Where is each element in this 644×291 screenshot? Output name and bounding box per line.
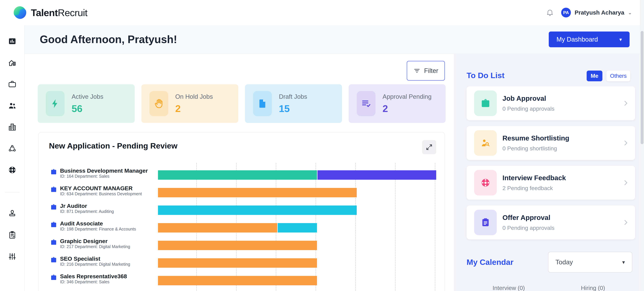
todo-text: Offer Approval 0 Pending approvals (502, 214, 554, 231)
scrollbar-thumb[interactable] (641, 31, 644, 144)
stat-value: 2 (175, 103, 213, 114)
calendar-tabs: Interview (0) Hiring (0) (466, 285, 635, 291)
calendar-range-value: Today (556, 259, 573, 266)
sidebar-checklist-icon[interactable] (8, 231, 16, 239)
expand-button[interactable] (422, 140, 436, 154)
bar-segment[interactable] (158, 276, 317, 285)
sidebar-sliders-icon[interactable] (8, 252, 16, 261)
sidebar-stamp-icon[interactable] (8, 209, 16, 218)
chart-row: Graphic Designer ID: 217 Department: Dig… (38, 237, 444, 254)
chart-row: SEO Specialist ID: 216 Department: Digit… (38, 254, 444, 272)
todo-toggle-others[interactable]: Others (606, 71, 630, 81)
sidebar-network-icon[interactable] (8, 144, 16, 153)
bar-stack[interactable] (158, 276, 317, 285)
bar-segment[interactable] (317, 170, 436, 180)
my-dashboard-label: My Dashboard (556, 36, 598, 43)
expand-icon (426, 143, 433, 151)
todo-icon-chip (474, 170, 497, 195)
notifications-bell-icon[interactable] (546, 9, 554, 16)
todo-toggle-me[interactable]: Me (587, 71, 602, 81)
sidebar-jobs-briefcase-icon[interactable] (8, 80, 16, 88)
page-scrollbar[interactable] (640, 0, 644, 291)
bar-stack[interactable] (158, 170, 436, 180)
calendar-tab-interview[interactable]: Interview (0) (466, 285, 551, 291)
briefcase-icon (50, 186, 57, 193)
chevron-right-icon (622, 179, 629, 186)
job-meta: ID: 164 Department: Sales (60, 174, 148, 179)
chevron-down-icon: ⌄ (628, 10, 632, 15)
chart-row-label: Audit Associate ID: 198 Department: Fina… (60, 220, 136, 232)
todo-item[interactable]: Interview Feedback 2 Pending feedback (466, 166, 635, 200)
bar-stack[interactable] (158, 258, 317, 268)
calendar-range-select[interactable]: Today ▾ (548, 252, 632, 273)
sidebar-company-icon[interactable] (8, 123, 16, 131)
talentrecruit-dashboard: TalentRecruit PA Pratyush Acharya ⌄ Good… (0, 0, 644, 291)
stat-cards-row: Active Jobs 56 On Hold Jobs 2 Draft Jobs… (38, 84, 446, 123)
chart-row-label: Graphic Designer ID: 217 Department: Dig… (60, 238, 130, 249)
todo-item[interactable]: Offer Approval 0 Pending approvals (466, 206, 635, 239)
briefcase-icon (50, 168, 57, 175)
todo-item[interactable]: Job Approval 0 Pending approvals (466, 86, 635, 120)
stat-text: Active Jobs 56 (72, 93, 103, 114)
job-meta: ID: 216 Department: Digital Marketing (60, 262, 130, 267)
bar-stack[interactable] (158, 188, 357, 197)
todo-item-title: Resume Shortlisting (502, 134, 569, 142)
todo-item-title: Job Approval (502, 94, 554, 102)
calendar-tab-hiring[interactable]: Hiring (0) (551, 285, 635, 291)
brand-name: TalentRecruit (31, 7, 88, 18)
chart-row-label: Business Development Manager ID: 164 Dep… (60, 167, 148, 179)
stat-value: 15 (279, 103, 307, 114)
stat-card[interactable]: Active Jobs 56 (38, 84, 135, 123)
bar-stack[interactable] (158, 223, 317, 233)
chart-row: Business Development Manager ID: 164 Dep… (38, 166, 444, 184)
job-meta: ID: 217 Department: Digital Marketing (60, 244, 130, 249)
chart-row-label: KEY ACCOUNT MANAGER ID: 634 Department: … (60, 185, 142, 196)
job-title: Graphic Designer (60, 238, 130, 244)
bar-segment[interactable] (158, 188, 357, 197)
sidebar-candidates-icon[interactable] (8, 101, 16, 110)
filter-button[interactable]: Filter (407, 61, 445, 81)
todo-text: Resume Shortlisting 0 Pending shortlisti… (502, 134, 569, 152)
job-meta: ID: 198 Department: Finance & Accounts (60, 227, 136, 232)
stat-text: On Hold Jobs 2 (175, 93, 213, 114)
stat-card[interactable]: On Hold Jobs 2 (142, 84, 238, 123)
todo-text: Job Approval 0 Pending approvals (502, 94, 554, 112)
sidebar-dashboard-icon[interactable] (8, 37, 16, 46)
stat-icon-chip (253, 91, 272, 116)
job-title: Jr Auditor (60, 203, 114, 209)
chart-title: New Application - Pending Review (49, 141, 178, 150)
chart-row-label: SEO Specialist ID: 216 Department: Digit… (60, 256, 130, 267)
chart-rows: Business Development Manager ID: 164 Dep… (38, 166, 444, 289)
user-menu[interactable]: PA Pratyush Acharya ⌄ (561, 8, 632, 17)
sidebar-home-requisition-icon[interactable] (8, 58, 16, 67)
calendar-title: My Calendar (466, 258, 513, 267)
bar-stack[interactable] (158, 206, 357, 215)
bar-segment[interactable] (158, 223, 277, 233)
bar-stack[interactable] (158, 241, 317, 250)
sidebar-wheel-icon[interactable] (8, 166, 16, 174)
bar-segment[interactable] (158, 241, 317, 250)
bar-segment[interactable] (277, 223, 317, 233)
chart-row: Sales Representative368 ID: 346 Departme… (38, 272, 444, 289)
chart-row: KEY ACCOUNT MANAGER ID: 634 Department: … (38, 184, 444, 201)
bar-segment[interactable] (158, 170, 317, 180)
todo-item[interactable]: Resume Shortlisting 0 Pending shortlisti… (466, 126, 635, 160)
page-title: Good Afternoon, Pratyush! (40, 33, 177, 46)
filter-icon (414, 67, 420, 74)
todo-toggle: Me Others (587, 71, 630, 81)
brand-logo[interactable]: TalentRecruit (13, 6, 88, 19)
stat-card[interactable]: Approval Pending 2 (349, 84, 446, 123)
my-dashboard-button[interactable]: My Dashboard ▾ (549, 31, 630, 47)
briefcase-icon (50, 204, 57, 210)
stat-card[interactable]: Draft Jobs 15 (245, 84, 342, 123)
sidebar (0, 25, 25, 291)
bar-segment[interactable] (158, 258, 317, 268)
greeting-band: Good Afternoon, Pratyush! My Dashboard ▾ (25, 25, 644, 54)
todo-item-title: Interview Feedback (502, 174, 566, 182)
job-title: Sales Representative368 (60, 273, 127, 280)
stat-text: Approval Pending 2 (382, 93, 432, 114)
briefcase-icon (50, 221, 57, 228)
todo-icon-chip (474, 130, 497, 156)
bar-segment[interactable] (158, 206, 357, 215)
chevron-right-icon (622, 219, 629, 226)
